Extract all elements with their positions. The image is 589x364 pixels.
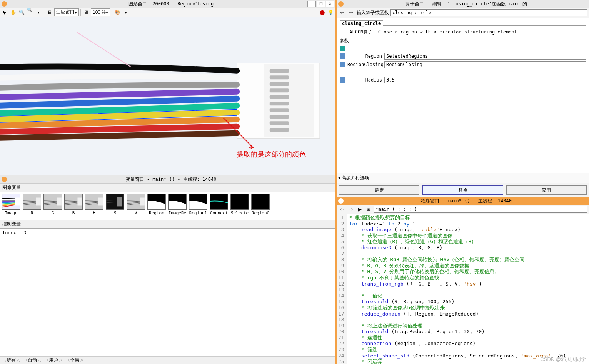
thumbnail-V[interactable]: V [126,194,145,218]
graphics-window-titlebar: 图形窗口: 200000 - RegionClosing – ☐ ✕ [0,0,335,8]
thumbnail-RegionC[interactable]: RegionC [251,194,270,218]
program-toolbar: ⇦ ⇨ ▶ ⊞ [337,205,589,214]
svg-rect-33 [231,194,249,209]
ctrl-vars-header: 控制变量 [0,220,335,229]
advanced-options-expander[interactable]: ▾ 高级并行选项 [337,173,589,183]
var-value: 3 [21,229,28,237]
apply-button[interactable]: 应用 [506,185,587,195]
zoom-tool-icon[interactable]: 🔍 [18,8,25,16]
params-header: 参数 [340,38,586,44]
app-icon [2,177,7,182]
table-row[interactable]: Index 3 [0,229,335,237]
display2-icon[interactable]: 🖥 [82,8,90,16]
control-vars-table: Index 3 [0,229,335,356]
svg-rect-4 [270,75,289,79]
svg-rect-8 [270,102,289,105]
func-icon[interactable]: ⊞ [365,205,372,213]
param-row: Radius [340,77,586,83]
svg-rect-11 [270,121,289,125]
minimize-button[interactable]: – [307,1,316,7]
operator-body: closing_circle HALCON算子: Close a region … [337,18,589,173]
svg-rect-6 [270,88,289,92]
thumbnail-Connect[interactable]: Connect [209,194,229,218]
svg-rect-20 [57,198,61,206]
palette-icon[interactable]: 🎨 [113,8,121,16]
pointer-tool-icon[interactable] [1,8,8,16]
tab-用户[interactable]: 用户 [44,357,65,364]
thumbnail-Image[interactable]: Image [2,194,21,218]
operator-input-row: ⇦ ⇨ 输入算子或函数 [337,8,589,18]
param-type-icon [340,46,345,51]
variable-tabs: 所有自动用户全局 [0,356,335,364]
ok-button[interactable]: 确定 [339,185,419,195]
param-spacer-icon [340,70,345,75]
image-vars-header: 图像变量 [0,183,335,192]
bulb-icon[interactable]: 💡 [327,8,334,16]
thumbnail-R[interactable]: R [22,194,42,218]
nav-fwd-icon[interactable]: ⇨ [347,9,355,17]
svg-rect-2 [264,64,314,137]
maximize-button[interactable]: ☐ [317,1,325,7]
param-row: RegionClosing [340,61,586,68]
svg-rect-12 [270,128,289,132]
param-label: Region [347,53,382,59]
zoom-pct-dropdown[interactable]: 100 % ▾ [91,8,110,16]
graphics-canvas[interactable]: 提取的是这部分的颜色 [0,17,335,175]
nav-fwd-icon[interactable]: ⇨ [347,205,355,213]
display-icon[interactable]: 🖥 [46,8,53,16]
var-name: Index [0,229,21,237]
close-button[interactable]: ✕ [326,1,334,7]
thumbnail-strip: ImageRGBHSVRegionImageReRegion1ConnectSe… [0,192,335,220]
program-title: 程序窗口 - main* () - 主线程: 14040 [345,198,587,204]
svg-rect-16 [15,198,20,206]
operator-input-label: 输入算子或函数 [357,10,389,16]
svg-rect-24 [98,198,103,206]
tab-自动[interactable]: 自动 [23,357,44,364]
function-display[interactable] [374,206,587,213]
param-input-Region[interactable] [384,53,586,60]
param-input-Radius[interactable] [384,77,586,83]
thumbnail-ImageRe[interactable]: ImageRe [168,194,187,218]
palette-dropdown-icon[interactable]: ▾ [122,8,130,16]
nav-back-icon[interactable]: ⇦ [338,9,346,17]
zoom-dropdown-icon[interactable]: ▾ [35,8,42,16]
param-type-icon [340,77,345,83]
svg-rect-26 [117,197,122,207]
hand-tool-icon[interactable]: ✋ [9,8,17,16]
svg-rect-22 [77,198,82,206]
thumbnail-Selecte[interactable]: Selecte [230,194,249,218]
thumbnail-Region[interactable]: Region [147,194,166,218]
op-name: closing_circle [340,20,383,26]
zoom-in-icon[interactable]: 🔍+ [26,8,34,16]
variable-title: 变量窗口 - main* () - 主线程: 14040 [8,176,334,183]
tab-全局[interactable]: 全局 [65,357,86,364]
operator-buttons: 确定 替换 应用 [337,183,589,197]
marker-icon[interactable]: ▶ [356,205,364,213]
thumbnail-B[interactable]: B [64,194,83,218]
zoom-fit-dropdown[interactable]: 适应窗口 ▾ [54,8,79,16]
record-icon[interactable]: ⬤ [318,8,326,16]
op-description: HALCON算子: Close a region with a circular… [340,29,586,35]
svg-rect-3 [270,69,289,73]
nav-back-icon[interactable]: ⇦ [338,205,346,213]
svg-rect-7 [270,95,289,99]
replace-button[interactable]: 替换 [422,185,503,195]
thumbnail-H[interactable]: H [85,194,104,218]
thumbnail-G[interactable]: G [43,194,62,218]
variable-window-titlebar: 变量窗口 - main* () - 主线程: 14040 [0,175,335,183]
app-icon [338,1,344,7]
operator-input[interactable] [390,9,587,16]
app-icon [338,198,344,204]
svg-rect-34 [252,194,269,209]
code-editor[interactable]: 1234567891011121314151617181920212223242… [337,214,589,364]
tab-所有[interactable]: 所有 [2,357,23,364]
program-window-titlebar: 程序窗口 - main* () - 主线程: 14040 [337,197,589,205]
param-label: RegionClosing [347,62,382,67]
param-row: Region [340,53,586,60]
thumbnail-S[interactable]: S [105,194,125,218]
graphics-toolbar: ✋ 🔍 🔍+ ▾ 🖥 适应窗口 ▾ 🖥 100 % ▾ 🎨 ▾ ⬤ 💡 [0,8,335,17]
thumbnail-Region1[interactable]: Region1 [189,194,208,218]
annotation-text: 提取的是这部分的颜色 [237,150,306,159]
svg-rect-18 [36,198,40,206]
param-input-RegionClosing[interactable] [384,61,586,68]
